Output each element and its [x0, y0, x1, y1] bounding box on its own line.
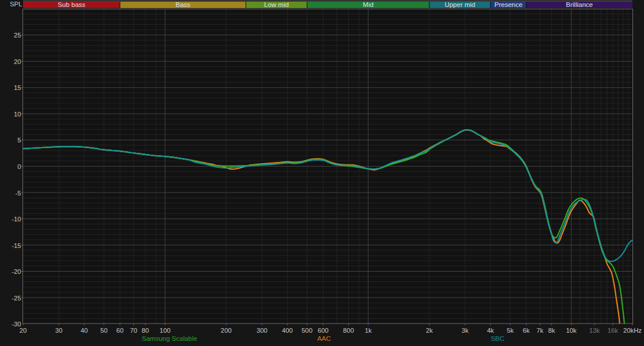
svg-text:30: 30 — [55, 327, 63, 334]
svg-text:80: 80 — [142, 327, 149, 334]
svg-text:5: 5 — [17, 137, 21, 144]
svg-text:-15: -15 — [12, 242, 21, 249]
svg-text:200: 200 — [221, 327, 232, 334]
svg-text:40: 40 — [81, 327, 88, 334]
svg-text:4k: 4k — [487, 327, 494, 334]
svg-text:SPL: SPL — [10, 1, 22, 7]
svg-text:600: 600 — [318, 327, 329, 334]
svg-text:Brilliance: Brilliance — [566, 1, 593, 8]
svg-text:20: 20 — [14, 58, 21, 65]
svg-text:100: 100 — [160, 327, 171, 334]
svg-text:60: 60 — [116, 327, 124, 334]
svg-text:AAC: AAC — [317, 335, 331, 342]
svg-text:3k: 3k — [462, 327, 469, 334]
svg-text:13k: 13k — [589, 327, 600, 334]
svg-text:800: 800 — [343, 327, 354, 334]
svg-text:Presence: Presence — [495, 1, 523, 8]
svg-text:Upper mid: Upper mid — [445, 1, 475, 8]
svg-text:0: 0 — [17, 163, 21, 170]
svg-text:Sub bass: Sub bass — [58, 1, 85, 8]
svg-text:Mid: Mid — [363, 1, 374, 8]
svg-text:Samsung Scalable: Samsung Scalable — [142, 335, 197, 342]
svg-text:70: 70 — [130, 327, 137, 334]
svg-text:7k: 7k — [536, 327, 543, 334]
svg-text:20kHz: 20kHz — [623, 327, 642, 334]
svg-text:10: 10 — [14, 111, 21, 118]
svg-text:1k: 1k — [365, 327, 372, 334]
svg-text:25: 25 — [14, 32, 21, 39]
svg-text:-20: -20 — [12, 268, 21, 275]
svg-text:-10: -10 — [12, 216, 21, 223]
svg-text:400: 400 — [282, 327, 293, 334]
svg-text:15: 15 — [14, 84, 21, 91]
svg-text:6k: 6k — [523, 327, 530, 334]
svg-text:2k: 2k — [426, 327, 433, 334]
svg-text:10k: 10k — [566, 327, 577, 334]
svg-text:50: 50 — [100, 327, 108, 334]
svg-text:-25: -25 — [12, 295, 21, 302]
svg-text:20: 20 — [20, 327, 27, 334]
svg-text:-5: -5 — [15, 190, 21, 197]
svg-text:Bass: Bass — [176, 1, 191, 8]
svg-text:5k: 5k — [507, 327, 514, 334]
svg-text:8k: 8k — [548, 327, 555, 334]
svg-text:300: 300 — [257, 327, 268, 334]
svg-text:SBC: SBC — [491, 335, 504, 342]
svg-text:Low mid: Low mid — [264, 1, 289, 8]
svg-text:16k: 16k — [608, 327, 619, 334]
svg-text:500: 500 — [302, 327, 312, 334]
